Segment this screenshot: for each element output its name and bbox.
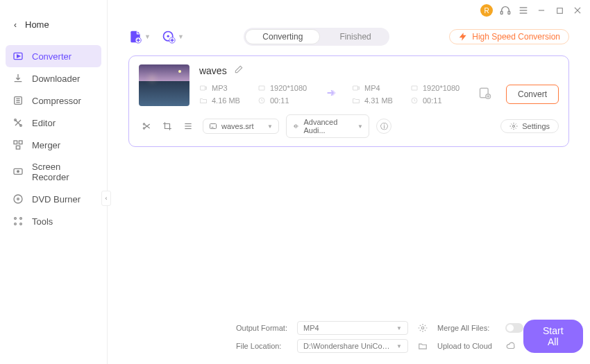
add-file-icon [128,30,142,44]
task-filename: waves [199,65,227,76]
sidebar-item-compressor[interactable]: Compressor [0,89,107,112]
add-disc-icon [162,30,176,44]
file-location-select[interactable]: D:\Wondershare UniConverter 1 ▼ [297,339,408,353]
recorder-icon [12,166,24,177]
merger-icon [12,139,24,150]
svg-point-22 [20,218,22,220]
caret-icon: ▼ [267,123,273,130]
sidebar-item-tools[interactable]: Tools [0,210,107,232]
maximize-icon[interactable] [554,5,565,16]
info-button[interactable]: ⓘ [376,119,391,134]
open-folder-icon[interactable] [414,341,432,351]
effect-icon[interactable] [183,121,193,131]
video-icon [352,84,360,92]
audio-select[interactable]: Advanced Audi... ▼ [286,114,369,138]
sidebar-item-label: Compressor [32,96,81,106]
high-speed-conversion-toggle[interactable]: High Speed Conversion [449,29,569,44]
nav-home[interactable]: ‹ Home [0,14,107,35]
svg-point-21 [15,218,17,220]
svg-rect-1 [508,11,510,14]
sidebar-item-converter[interactable]: Converter [6,45,101,67]
caret-icon: ▼ [396,325,402,331]
rename-icon[interactable] [234,64,244,77]
dst-dur: 00:11 [410,96,464,105]
cloud-icon[interactable] [505,341,523,351]
sidebar-item-merger[interactable]: Merger [0,134,107,156]
frame-icon [258,84,266,92]
add-url-button[interactable]: ▼ [162,30,184,44]
converter-icon [12,51,24,62]
frame-icon [410,84,419,92]
arrow-icon [324,85,339,103]
output-format-label: Output Format: [236,324,292,332]
sidebar-item-label: Downloader [32,73,80,84]
sidebar-item-label: Converter [32,51,71,62]
minimize-icon[interactable] [536,5,547,16]
svg-point-19 [14,195,22,203]
editor-icon [12,117,24,128]
svg-rect-0 [500,11,503,14]
svg-rect-32 [353,86,357,90]
crop-icon[interactable] [162,121,172,131]
svg-rect-29 [200,86,205,90]
svg-point-18 [17,171,19,173]
src-codec: MP3 [199,84,253,92]
gear-icon [509,122,518,130]
sidebar-item-dvd-burner[interactable]: DVD Burner [0,188,107,210]
merge-label: Merge All Files: [437,324,500,332]
video-thumbnail[interactable] [139,64,189,106]
start-all-button[interactable]: Start All [523,320,583,353]
tab-converting[interactable]: Converting [245,29,320,44]
sidebar-item-label: Merger [32,140,60,150]
output-settings-icon[interactable] [478,86,492,103]
avatar[interactable]: R [480,4,493,17]
src-size: 4.16 MB [199,96,253,105]
folder-icon [352,96,360,105]
task-card: waves MP3 1920*1080 4.16 MB 00:11 MP4 [128,55,569,147]
headset-icon[interactable] [500,5,511,16]
caret-icon: ▼ [178,33,184,40]
svg-rect-6 [557,8,562,13]
sidebar-item-screen-recorder[interactable]: Screen Recorder [0,156,107,188]
subtitle-select[interactable]: waves.srt ▼ [203,119,279,134]
task-settings-button[interactable]: Settings [500,119,559,133]
nav-home-label: Home [25,19,49,30]
menu-icon[interactable] [518,5,529,16]
sidebar-item-editor[interactable]: Editor [0,112,107,134]
settings-label: Settings [522,122,550,130]
cut-icon[interactable] [142,121,151,131]
sidebar-item-label: Tools [32,216,53,227]
svg-rect-15 [19,141,22,144]
merge-toggle[interactable] [505,323,523,333]
src-res: 1920*1080 [258,84,312,92]
dvd-icon [12,193,24,205]
svg-point-24 [20,223,22,225]
caret-icon: ▼ [357,123,363,130]
svg-rect-30 [259,86,264,90]
audio-value: Advanced Audi... [303,118,353,135]
caret-icon: ▼ [396,343,402,349]
upload-cloud-label: Upload to Cloud [437,342,500,350]
svg-marker-10 [17,55,20,58]
dst-res: 1920*1080 [410,84,464,92]
dst-size: 4.31 MB [352,96,406,105]
output-format-select[interactable]: MP4 ▼ [297,321,408,335]
tab-finished[interactable]: Finished [321,28,389,46]
sidebar-item-label: Editor [32,118,56,128]
subtitle-value: waves.srt [221,122,253,130]
file-location-value: D:\Wondershare UniConverter 1 [303,342,394,350]
svg-rect-14 [14,141,17,144]
clock-icon [410,96,419,105]
sidebar-item-label: DVD Burner [32,194,81,205]
convert-button[interactable]: Convert [506,85,559,104]
svg-point-37 [143,123,144,125]
file-location-label: File Location: [236,342,292,350]
close-icon[interactable] [572,5,583,16]
src-dur: 00:11 [258,96,312,105]
format-settings-icon[interactable] [414,323,432,333]
subtitle-icon [209,122,217,130]
svg-point-23 [15,223,17,225]
sidebar-item-downloader[interactable]: Downloader [0,67,107,89]
output-format-value: MP4 [303,324,319,332]
add-file-button[interactable]: ▼ [128,30,151,44]
